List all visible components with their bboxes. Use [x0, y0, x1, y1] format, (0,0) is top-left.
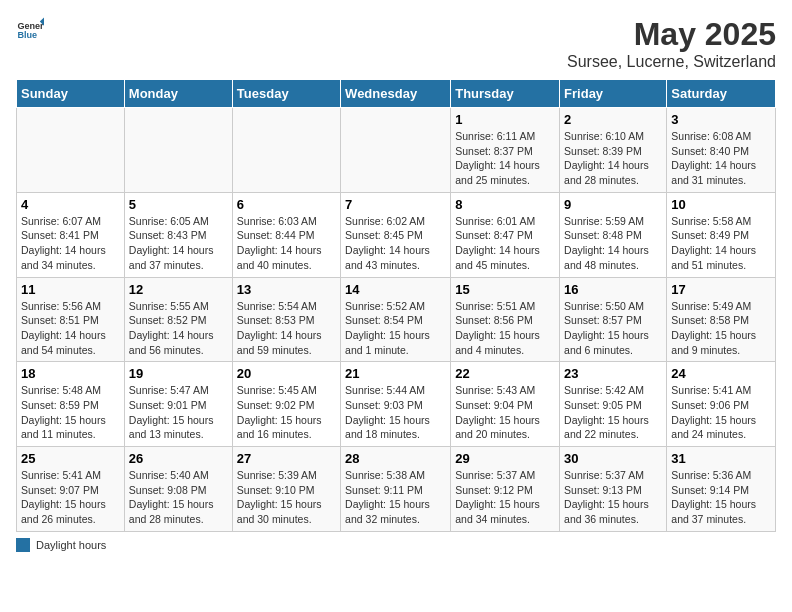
calendar-cell: 13Sunrise: 5:54 AM Sunset: 8:53 PM Dayli… — [232, 277, 340, 362]
day-detail: Sunrise: 5:36 AM Sunset: 9:14 PM Dayligh… — [671, 468, 771, 527]
day-detail: Sunrise: 5:48 AM Sunset: 8:59 PM Dayligh… — [21, 383, 120, 442]
day-number: 21 — [345, 366, 446, 381]
day-number: 23 — [564, 366, 662, 381]
location-subtitle: Sursee, Lucerne, Switzerland — [567, 53, 776, 71]
day-number: 17 — [671, 282, 771, 297]
day-number: 8 — [455, 197, 555, 212]
day-detail: Sunrise: 6:07 AM Sunset: 8:41 PM Dayligh… — [21, 214, 120, 273]
header-tuesday: Tuesday — [232, 80, 340, 108]
day-number: 25 — [21, 451, 120, 466]
header-monday: Monday — [124, 80, 232, 108]
day-number: 20 — [237, 366, 336, 381]
day-detail: Sunrise: 5:59 AM Sunset: 8:48 PM Dayligh… — [564, 214, 662, 273]
day-number: 12 — [129, 282, 228, 297]
day-number: 15 — [455, 282, 555, 297]
calendar-cell: 26Sunrise: 5:40 AM Sunset: 9:08 PM Dayli… — [124, 447, 232, 532]
calendar-cell: 1Sunrise: 6:11 AM Sunset: 8:37 PM Daylig… — [451, 108, 560, 193]
calendar-cell: 12Sunrise: 5:55 AM Sunset: 8:52 PM Dayli… — [124, 277, 232, 362]
calendar-cell: 30Sunrise: 5:37 AM Sunset: 9:13 PM Dayli… — [560, 447, 667, 532]
day-number: 24 — [671, 366, 771, 381]
page-header: General Blue May 2025 Sursee, Lucerne, S… — [16, 16, 776, 71]
day-detail: Sunrise: 5:40 AM Sunset: 9:08 PM Dayligh… — [129, 468, 228, 527]
calendar-cell: 4Sunrise: 6:07 AM Sunset: 8:41 PM Daylig… — [17, 192, 125, 277]
day-number: 4 — [21, 197, 120, 212]
calendar-cell — [232, 108, 340, 193]
day-number: 16 — [564, 282, 662, 297]
day-detail: Sunrise: 5:51 AM Sunset: 8:56 PM Dayligh… — [455, 299, 555, 358]
day-detail: Sunrise: 6:08 AM Sunset: 8:40 PM Dayligh… — [671, 129, 771, 188]
day-detail: Sunrise: 5:50 AM Sunset: 8:57 PM Dayligh… — [564, 299, 662, 358]
day-number: 28 — [345, 451, 446, 466]
day-detail: Sunrise: 5:42 AM Sunset: 9:05 PM Dayligh… — [564, 383, 662, 442]
month-year-title: May 2025 — [567, 16, 776, 53]
day-number: 10 — [671, 197, 771, 212]
legend-color-box — [16, 538, 30, 552]
svg-text:Blue: Blue — [17, 30, 37, 40]
calendar-cell: 31Sunrise: 5:36 AM Sunset: 9:14 PM Dayli… — [667, 447, 776, 532]
day-number: 2 — [564, 112, 662, 127]
day-detail: Sunrise: 5:58 AM Sunset: 8:49 PM Dayligh… — [671, 214, 771, 273]
calendar-cell — [124, 108, 232, 193]
day-detail: Sunrise: 5:47 AM Sunset: 9:01 PM Dayligh… — [129, 383, 228, 442]
day-number: 30 — [564, 451, 662, 466]
day-number: 6 — [237, 197, 336, 212]
calendar-cell: 28Sunrise: 5:38 AM Sunset: 9:11 PM Dayli… — [341, 447, 451, 532]
logo: General Blue — [16, 16, 44, 44]
calendar-cell: 19Sunrise: 5:47 AM Sunset: 9:01 PM Dayli… — [124, 362, 232, 447]
calendar-week-row: 18Sunrise: 5:48 AM Sunset: 8:59 PM Dayli… — [17, 362, 776, 447]
day-number: 18 — [21, 366, 120, 381]
day-number: 14 — [345, 282, 446, 297]
calendar-table: Sunday Monday Tuesday Wednesday Thursday… — [16, 79, 776, 532]
day-number: 7 — [345, 197, 446, 212]
calendar-cell: 25Sunrise: 5:41 AM Sunset: 9:07 PM Dayli… — [17, 447, 125, 532]
calendar-cell: 2Sunrise: 6:10 AM Sunset: 8:39 PM Daylig… — [560, 108, 667, 193]
calendar-week-row: 1Sunrise: 6:11 AM Sunset: 8:37 PM Daylig… — [17, 108, 776, 193]
calendar-cell: 23Sunrise: 5:42 AM Sunset: 9:05 PM Dayli… — [560, 362, 667, 447]
day-number: 19 — [129, 366, 228, 381]
header-sunday: Sunday — [17, 80, 125, 108]
day-detail: Sunrise: 5:55 AM Sunset: 8:52 PM Dayligh… — [129, 299, 228, 358]
day-detail: Sunrise: 5:41 AM Sunset: 9:06 PM Dayligh… — [671, 383, 771, 442]
calendar-cell: 15Sunrise: 5:51 AM Sunset: 8:56 PM Dayli… — [451, 277, 560, 362]
days-header-row: Sunday Monday Tuesday Wednesday Thursday… — [17, 80, 776, 108]
legend: Daylight hours — [16, 538, 776, 552]
calendar-cell: 27Sunrise: 5:39 AM Sunset: 9:10 PM Dayli… — [232, 447, 340, 532]
calendar-cell: 17Sunrise: 5:49 AM Sunset: 8:58 PM Dayli… — [667, 277, 776, 362]
day-number: 9 — [564, 197, 662, 212]
legend-label: Daylight hours — [36, 539, 106, 551]
calendar-cell: 6Sunrise: 6:03 AM Sunset: 8:44 PM Daylig… — [232, 192, 340, 277]
calendar-body: 1Sunrise: 6:11 AM Sunset: 8:37 PM Daylig… — [17, 108, 776, 532]
day-number: 5 — [129, 197, 228, 212]
calendar-cell: 24Sunrise: 5:41 AM Sunset: 9:06 PM Dayli… — [667, 362, 776, 447]
day-detail: Sunrise: 6:02 AM Sunset: 8:45 PM Dayligh… — [345, 214, 446, 273]
day-detail: Sunrise: 6:03 AM Sunset: 8:44 PM Dayligh… — [237, 214, 336, 273]
day-number: 3 — [671, 112, 771, 127]
svg-text:General: General — [17, 21, 44, 31]
day-detail: Sunrise: 5:41 AM Sunset: 9:07 PM Dayligh… — [21, 468, 120, 527]
day-detail: Sunrise: 6:01 AM Sunset: 8:47 PM Dayligh… — [455, 214, 555, 273]
calendar-cell: 14Sunrise: 5:52 AM Sunset: 8:54 PM Dayli… — [341, 277, 451, 362]
day-detail: Sunrise: 5:39 AM Sunset: 9:10 PM Dayligh… — [237, 468, 336, 527]
calendar-cell: 16Sunrise: 5:50 AM Sunset: 8:57 PM Dayli… — [560, 277, 667, 362]
day-number: 31 — [671, 451, 771, 466]
header-friday: Friday — [560, 80, 667, 108]
day-detail: Sunrise: 5:49 AM Sunset: 8:58 PM Dayligh… — [671, 299, 771, 358]
calendar-cell: 11Sunrise: 5:56 AM Sunset: 8:51 PM Dayli… — [17, 277, 125, 362]
calendar-cell: 9Sunrise: 5:59 AM Sunset: 8:48 PM Daylig… — [560, 192, 667, 277]
header-thursday: Thursday — [451, 80, 560, 108]
day-number: 22 — [455, 366, 555, 381]
calendar-week-row: 11Sunrise: 5:56 AM Sunset: 8:51 PM Dayli… — [17, 277, 776, 362]
day-detail: Sunrise: 5:45 AM Sunset: 9:02 PM Dayligh… — [237, 383, 336, 442]
calendar-week-row: 4Sunrise: 6:07 AM Sunset: 8:41 PM Daylig… — [17, 192, 776, 277]
header-wednesday: Wednesday — [341, 80, 451, 108]
title-block: May 2025 Sursee, Lucerne, Switzerland — [567, 16, 776, 71]
day-detail: Sunrise: 5:37 AM Sunset: 9:12 PM Dayligh… — [455, 468, 555, 527]
day-detail: Sunrise: 6:10 AM Sunset: 8:39 PM Dayligh… — [564, 129, 662, 188]
calendar-cell: 3Sunrise: 6:08 AM Sunset: 8:40 PM Daylig… — [667, 108, 776, 193]
calendar-cell: 29Sunrise: 5:37 AM Sunset: 9:12 PM Dayli… — [451, 447, 560, 532]
day-detail: Sunrise: 5:52 AM Sunset: 8:54 PM Dayligh… — [345, 299, 446, 358]
calendar-cell: 20Sunrise: 5:45 AM Sunset: 9:02 PM Dayli… — [232, 362, 340, 447]
day-detail: Sunrise: 5:56 AM Sunset: 8:51 PM Dayligh… — [21, 299, 120, 358]
day-detail: Sunrise: 6:11 AM Sunset: 8:37 PM Dayligh… — [455, 129, 555, 188]
day-number: 27 — [237, 451, 336, 466]
